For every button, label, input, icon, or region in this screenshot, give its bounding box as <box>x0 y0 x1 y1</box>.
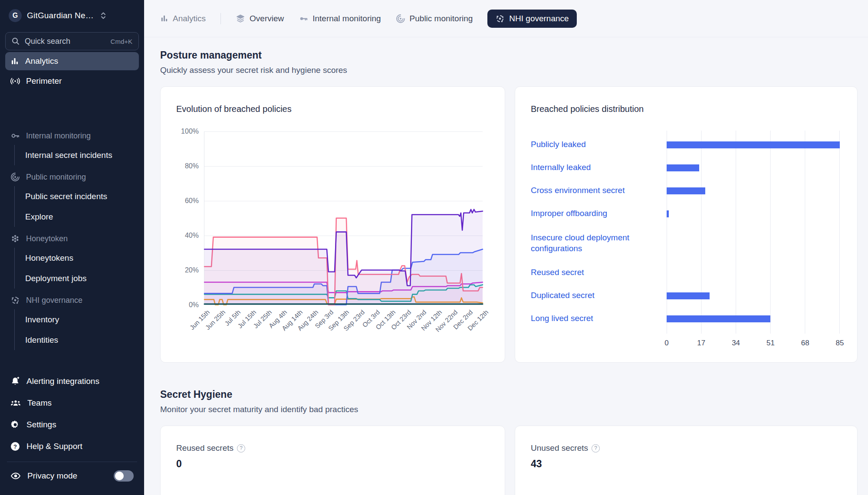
bell-icon <box>10 377 20 386</box>
line-chart-svg <box>204 131 483 305</box>
question-circle-icon: ? <box>10 442 20 451</box>
bar-axis-label: 85 <box>836 339 844 347</box>
category-link-duplicated-secret[interactable]: Duplicated secret <box>531 290 667 301</box>
category-link-insecure-cloud-deployment-configurations[interactable]: Insecure cloud deployment configurations <box>531 233 667 254</box>
category-link-long-lived-secret[interactable]: Long lived secret <box>531 313 667 324</box>
privacy-mode-label: Privacy mode <box>27 471 77 481</box>
sidebar-item-analytics[interactable]: Analytics <box>5 52 139 70</box>
sidebar-item-label: Perimeter <box>26 76 62 86</box>
tab-internal-monitoring[interactable]: Internal monitoring <box>299 14 381 23</box>
bar-row: Insecure cloud deployment configurations <box>531 225 840 261</box>
bar-chart-title: Breached policies distribution <box>531 104 840 114</box>
unfold-icon <box>100 12 107 20</box>
category-link-improper-offboarding[interactable]: Improper offboarding <box>531 208 667 219</box>
sidebar-subnav: Internal secret incidents <box>14 145 139 165</box>
sidebar-section-public-monitoring[interactable]: Public monitoring <box>5 168 139 186</box>
tab-divider <box>220 13 221 24</box>
org-avatar: G <box>9 9 22 22</box>
bar-row: Publicly leaked <box>531 133 840 156</box>
line-chart-plot <box>204 131 483 305</box>
sidebar-item-alerting-integrations[interactable]: Alerting integrations <box>5 370 139 392</box>
distribution-card: Breached policies distribution Publicly … <box>515 86 858 363</box>
reused-secrets-card: Reused secrets ? 0 <box>160 426 505 495</box>
tab-overview[interactable]: Overview <box>236 14 284 23</box>
sidebar-item-teams[interactable]: Teams <box>5 392 139 414</box>
category-link-reused-secret[interactable]: Reused secret <box>531 267 667 278</box>
sidebar-section-internal-monitoring[interactable]: Internal monitoring <box>5 127 139 145</box>
unused-secrets-value: 43 <box>531 458 843 470</box>
svg-text:?: ? <box>13 443 17 450</box>
tab-nhi-governance[interactable]: NHI governance <box>487 10 576 28</box>
sidebar-item-settings[interactable]: Settings <box>5 414 139 436</box>
layers-icon <box>236 14 245 23</box>
bar-track <box>667 240 840 247</box>
sidebar-section-honeytoken[interactable]: Honeytoken <box>5 229 139 248</box>
y-axis-label: 60% <box>185 197 199 205</box>
search-shortcut: Cmd+K <box>111 38 132 45</box>
bar <box>667 141 840 148</box>
tab-analytics[interactable]: Analytics <box>160 14 206 23</box>
y-axis-label: 100% <box>181 128 199 135</box>
sidebar-item-inventory[interactable]: Inventory <box>25 309 139 330</box>
line-chart-y-axis: 100% 80% 60% 40% 20% 0% <box>176 131 204 305</box>
sidebar-sections: Internal monitoring Internal secret inci… <box>5 124 139 350</box>
category-link-publicly-leaked[interactable]: Publicly leaked <box>531 139 667 150</box>
sidebar-section-nhi-governance[interactable]: NHI governance <box>5 291 139 309</box>
bar <box>667 187 705 194</box>
sidebar-item-internal-secret-incidents[interactable]: Internal secret incidents <box>25 145 139 165</box>
bar-axis-label: 34 <box>732 339 740 347</box>
unused-secrets-label: Unused secrets <box>531 443 588 453</box>
people-icon <box>10 399 21 407</box>
line-chart-title: Evolution of breached policies <box>176 104 491 114</box>
tab-public-monitoring[interactable]: Public monitoring <box>396 14 473 23</box>
bar-chart-x-axis: 01734516885 <box>667 333 840 354</box>
reused-secrets-label: Reused secrets <box>176 443 233 453</box>
posture-title: Posture management <box>160 49 858 61</box>
org-switcher[interactable]: G GitGuardian Ne… <box>5 6 139 25</box>
y-axis-label: 20% <box>185 266 199 274</box>
concentric-circles-icon <box>396 14 405 23</box>
sidebar-item-public-secret-incidents[interactable]: Public secret incidents <box>25 186 139 207</box>
bar-track <box>667 315 840 322</box>
sidebar-subnav: Inventory Identities <box>14 309 139 350</box>
bar-axis-label: 0 <box>664 339 668 347</box>
bar-track <box>667 269 840 276</box>
bar-chart: Publicly leaked Internally leaked Cross … <box>531 133 840 354</box>
honeytoken-icon <box>10 234 20 243</box>
category-link-internally-leaked[interactable]: Internally leaked <box>531 162 667 173</box>
bar-track <box>667 187 840 194</box>
main-area: Analytics Overview Internal monitoring P… <box>144 0 868 495</box>
search-input[interactable]: Quick search Cmd+K <box>5 32 139 50</box>
bar <box>667 210 669 217</box>
reused-secrets-value: 0 <box>176 458 491 470</box>
bar-axis-label: 17 <box>697 339 705 347</box>
bar <box>667 164 699 171</box>
category-link-cross-environment-secret[interactable]: Cross environment secret <box>531 185 667 196</box>
bar-chart-icon <box>160 14 168 23</box>
sidebar-item-label: Analytics <box>25 56 58 66</box>
sidebar-item-perimeter[interactable]: Perimeter <box>5 72 139 90</box>
top-tabbar: Analytics Overview Internal monitoring P… <box>144 0 868 37</box>
key-icon <box>10 131 20 140</box>
search-icon <box>12 37 20 45</box>
sidebar-item-explore[interactable]: Explore <box>25 207 139 227</box>
sidebar-item-deployment-jobs[interactable]: Deployment jobs <box>25 268 139 288</box>
search-placeholder: Quick search <box>25 37 105 46</box>
bar-row: Reused secret <box>531 261 840 284</box>
org-name: GitGuardian Ne… <box>27 11 94 20</box>
key-icon <box>299 14 308 23</box>
bar-row: Improper offboarding <box>531 202 840 225</box>
content: Posture management Quickly assess your s… <box>144 37 868 495</box>
bar-row: Duplicated secret <box>531 284 840 307</box>
privacy-mode-toggle[interactable] <box>114 470 134 482</box>
y-axis-label: 40% <box>185 232 199 239</box>
sidebar-item-help-support[interactable]: ? Help & Support <box>5 436 139 457</box>
sidebar-item-identities[interactable]: Identities <box>25 330 139 350</box>
sidebar-divider <box>7 462 137 462</box>
hygiene-title: Secret Hygiene <box>160 389 858 400</box>
sidebar-item-honeytokens[interactable]: Honeytokens <box>25 248 139 268</box>
line-chart: 100% 80% 60% 40% 20% 0% <box>176 131 491 305</box>
help-icon[interactable]: ? <box>592 444 600 452</box>
hygiene-subtitle: Monitor your secret maturity and identif… <box>160 405 858 414</box>
help-icon[interactable]: ? <box>237 444 245 452</box>
